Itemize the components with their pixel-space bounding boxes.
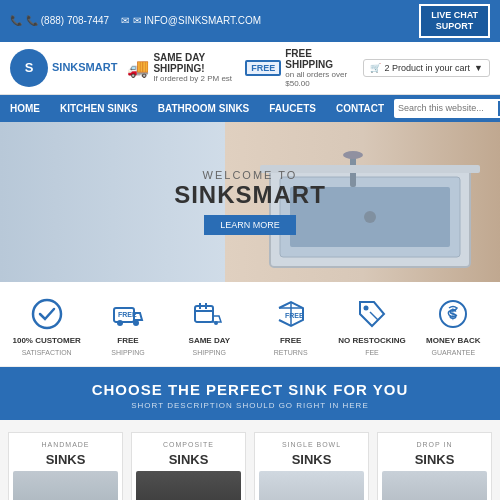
choose-title: CHOOSE THE PERFECT SINK FOR YOU: [10, 381, 490, 398]
svg-line-21: [370, 312, 378, 320]
svg-point-9: [117, 320, 123, 326]
sink-title-3: SINKS: [415, 452, 455, 467]
hero-welcome: WELCOME TO: [174, 169, 326, 181]
hero-text: WELCOME TO SINKSMART LEARN MORE: [174, 169, 326, 235]
nav-faucets[interactable]: FAUCETS: [259, 95, 326, 122]
sink-single-bowl: SINGLE BOWL SINKS BUY NOW: [254, 432, 369, 500]
svg-text:FREE: FREE: [118, 311, 137, 318]
box-icon: FREE: [273, 296, 309, 332]
feature-returns: FREE FREE RETURNS: [256, 296, 326, 357]
cart-count: 2 Product in your cart: [385, 63, 471, 73]
sink-composite: COMPOSITE SINKS BUY NOW: [131, 432, 246, 500]
feature-title-4: NO RESTOCKING: [338, 336, 405, 346]
sink-label-1: COMPOSITE: [163, 441, 214, 448]
feature-sub-3: RETURNS: [274, 349, 308, 356]
feature-title-0: 100% CUSTOMER: [12, 336, 80, 346]
feature-customer: 100% CUSTOMER SATISFACTION: [12, 296, 82, 357]
feature-sub-5: GUARANTEE: [432, 349, 476, 356]
same-day-badge: 🚚 SAME DAY SHIPPING! If ordered by 2 PM …: [127, 52, 237, 83]
sink-title-1: SINKS: [169, 452, 209, 467]
choose-section: CHOOSE THE PERFECT SINK FOR YOU SHORT DE…: [0, 367, 500, 420]
feature-title-1: FREE: [117, 336, 138, 346]
logo-icon: S: [10, 49, 48, 87]
sink-label-3: DROP IN: [416, 441, 452, 448]
feature-shipping: FREE FREE SHIPPING: [93, 296, 163, 357]
truck-icon: 🚚: [127, 57, 149, 79]
svg-point-10: [133, 320, 139, 326]
features-section: 100% CUSTOMER SATISFACTION FREE FREE SHI…: [0, 282, 500, 368]
feature-restocking: NO RESTOCKING FEE: [337, 296, 407, 357]
feature-same-day: SAME DAY SHIPPING: [174, 296, 244, 357]
sink-title-2: SINKS: [292, 452, 332, 467]
cart-icon: 🛒: [370, 63, 381, 73]
same-day-text: SAME DAY SHIPPING! If ordered by 2 PM es…: [153, 52, 237, 83]
calendar-truck-icon: [191, 296, 227, 332]
svg-text:FREE: FREE: [285, 312, 304, 319]
nav-home[interactable]: HOME: [0, 95, 50, 122]
nav-contact[interactable]: CONTACT: [326, 95, 394, 122]
svg-rect-12: [195, 306, 213, 322]
search-input[interactable]: [398, 103, 498, 113]
live-chat-button[interactable]: LIVE CHAT SUPORT: [419, 4, 490, 38]
logo[interactable]: S SINKSMART: [10, 49, 117, 87]
free-shipping-text: FREE SHIPPING on all orders over $50.00: [285, 48, 352, 88]
sink-label-2: SINGLE BOWL: [282, 441, 341, 448]
sink-handmade: HANDMADE SINKS BUY NOW: [8, 432, 123, 500]
feature-title-2: SAME DAY: [189, 336, 231, 346]
svg-point-5: [343, 151, 363, 159]
free-shipping-icon: FREE: [110, 296, 146, 332]
shipping-badges: 🚚 SAME DAY SHIPPING! If ordered by 2 PM …: [127, 48, 352, 88]
feature-title-5: MONEY BACK: [426, 336, 481, 346]
check-icon: [29, 296, 65, 332]
feature-title-3: FREE: [280, 336, 301, 346]
phone-contact[interactable]: 📞 📞 (888) 708-7447: [10, 15, 109, 26]
svg-point-16: [214, 321, 218, 325]
sink-title-0: SINKS: [46, 452, 86, 467]
hero-section: WELCOME TO SINKSMART LEARN MORE: [0, 122, 500, 282]
sink-drop-in: DROP IN SINKS BUY NOW: [377, 432, 492, 500]
phone-number: 📞 (888) 708-7447: [26, 15, 109, 26]
phone-icon: 📞: [10, 15, 22, 26]
nav-bathroom-sinks[interactable]: BATHROOM SINKS: [148, 95, 259, 122]
nav-items: HOME KITCHEN SINKS BATHROOM SINKS FAUCET…: [0, 95, 394, 122]
feature-sub-4: FEE: [365, 349, 379, 356]
email-address: ✉ INFO@SINKSMART.COM: [133, 15, 261, 26]
email-icon: ✉: [121, 15, 129, 26]
sink-image-0: [13, 471, 118, 500]
top-bar-contacts: 📞 📞 (888) 708-7447 ✉ ✉ INFO@SINKSMART.CO…: [10, 15, 261, 26]
sink-image-1: [136, 471, 241, 500]
feature-sub-2: SHIPPING: [193, 349, 226, 356]
svg-point-7: [33, 300, 61, 328]
nav-kitchen-sinks[interactable]: KITCHEN SINKS: [50, 95, 148, 122]
free-shipping-badge: FREE FREE SHIPPING on all orders over $5…: [245, 48, 352, 88]
svg-point-3: [364, 211, 376, 223]
cart-area[interactable]: 🛒 2 Product in your cart ▼: [363, 59, 490, 77]
svg-point-20: [363, 305, 368, 310]
hero-brand: SINKSMART: [174, 181, 326, 209]
free-tag: FREE: [245, 60, 281, 76]
sink-label-0: HANDMADE: [41, 441, 89, 448]
navigation: HOME KITCHEN SINKS BATHROOM SINKS FAUCET…: [0, 95, 500, 122]
logo-brand: SINKSMART: [52, 62, 117, 73]
cart-chevron-icon: ▼: [474, 63, 483, 73]
email-contact[interactable]: ✉ ✉ INFO@SINKSMART.COM: [121, 15, 261, 26]
learn-more-button[interactable]: LEARN MORE: [204, 215, 296, 235]
sink-image-3: [382, 471, 487, 500]
search-bar[interactable]: 🔍: [394, 99, 500, 118]
logo-text: SINKSMART: [52, 62, 117, 73]
feature-sub-0: SATISFACTION: [22, 349, 72, 356]
feature-moneyback: $ MONEY BACK GUARANTEE: [418, 296, 488, 357]
header: S SINKSMART 🚚 SAME DAY SHIPPING! If orde…: [0, 42, 500, 95]
sink-categories: HANDMADE SINKS BUY NOW COMPOSITE SINKS B…: [0, 420, 500, 500]
choose-subtitle: SHORT DESCRIPTION SHOULD GO RIGHT IN HER…: [10, 401, 490, 410]
feature-sub-1: SHIPPING: [111, 349, 144, 356]
sink-image-2: [259, 471, 364, 500]
tag-icon: [354, 296, 390, 332]
top-bar: 📞 📞 (888) 708-7447 ✉ ✉ INFO@SINKSMART.CO…: [0, 0, 500, 42]
money-icon: $: [435, 296, 471, 332]
